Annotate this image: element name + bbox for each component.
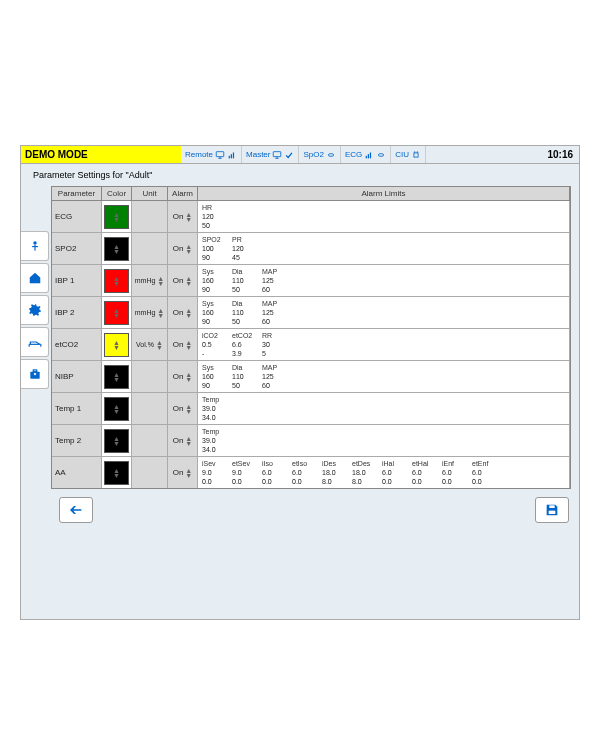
alarm-toggle[interactable]: On▲▼ [173, 308, 193, 318]
status-spo2[interactable]: SpO2 [299, 146, 340, 163]
sidebar-home-button[interactable] [21, 263, 49, 293]
sidebar-patient-button[interactable] [21, 231, 49, 261]
limits-cell[interactable]: Sys16090Dia11050MAP12560 [198, 297, 570, 328]
alarm-toggle[interactable]: On▲▼ [173, 340, 193, 350]
gear-icon [28, 303, 42, 317]
alarm-cell[interactable]: On▲▼ [168, 297, 198, 328]
sidebar [21, 231, 49, 391]
alarm-toggle[interactable]: On▲▼ [173, 468, 193, 478]
limit-column: Dia11050 [232, 267, 254, 294]
limit-column: SPO210090 [202, 235, 224, 262]
table-row: Temp 2▲▼On▲▼Temp39.034.0 [52, 425, 570, 457]
status-ecg[interactable]: ECG [341, 146, 391, 163]
alarm-cell[interactable]: On▲▼ [168, 329, 198, 360]
table-row: AA▲▼On▲▼iSev9.00.0etSev9.00.0iIso6.00.0e… [52, 457, 570, 488]
limit-column: etEnf6.00.0 [472, 459, 494, 486]
limits-cell[interactable]: SPO210090PR12045 [198, 233, 570, 264]
unit-selector[interactable]: mmHg▲▼ [135, 276, 165, 286]
alarm-toggle[interactable]: On▲▼ [173, 404, 193, 414]
limits-cell[interactable]: Temp39.034.0 [198, 393, 570, 424]
color-cell[interactable]: ▲▼ [102, 361, 132, 392]
limits-cell[interactable]: iCO20.5-etCO26.63.9RR305 [198, 329, 570, 360]
updown-icon: ▲▼ [185, 340, 192, 350]
alarm-toggle[interactable]: On▲▼ [173, 372, 193, 382]
unit-selector[interactable]: Vol.%▲▼ [136, 340, 163, 350]
alarm-toggle[interactable]: On▲▼ [173, 212, 193, 222]
table-row: SPO2▲▼On▲▼SPO210090PR12045 [52, 233, 570, 265]
alarm-cell[interactable]: On▲▼ [168, 265, 198, 296]
alarm-cell[interactable]: On▲▼ [168, 425, 198, 456]
parameter-table: Parameter Color Unit Alarm Alarm Limits … [51, 186, 571, 489]
color-cell[interactable]: ▲▼ [102, 425, 132, 456]
limit-column: Dia11050 [232, 363, 254, 390]
sidebar-settings-button[interactable] [21, 295, 49, 325]
unit-cell[interactable]: mmHg▲▼ [132, 297, 168, 328]
unit-cell [132, 201, 168, 232]
alarm-cell[interactable]: On▲▼ [168, 361, 198, 392]
updown-icon: ▲▼ [113, 244, 120, 254]
updown-icon: ▲▼ [185, 436, 192, 446]
color-cell[interactable]: ▲▼ [102, 393, 132, 424]
limits-cell[interactable]: HR12050 [198, 201, 570, 232]
color-cell[interactable]: ▲▼ [102, 297, 132, 328]
status-master[interactable]: Master [242, 146, 299, 163]
signal-icon [227, 150, 237, 160]
table-row: IBP 2▲▼mmHg▲▼On▲▼Sys16090Dia11050MAP1256… [52, 297, 570, 329]
back-button[interactable] [59, 497, 93, 523]
limit-column: etSev9.00.0 [232, 459, 254, 486]
svg-rect-28 [549, 511, 556, 514]
svg-rect-5 [233, 152, 234, 158]
sensor-icon [376, 150, 386, 160]
updown-icon: ▲▼ [185, 244, 192, 254]
limit-column: HR12050 [202, 203, 224, 230]
unit-cell[interactable]: Vol.%▲▼ [132, 329, 168, 360]
updown-icon: ▲▼ [113, 276, 120, 286]
color-cell[interactable]: ▲▼ [102, 233, 132, 264]
limits-cell[interactable]: Sys16090Dia11050MAP12560 [198, 361, 570, 392]
color-swatch: ▲▼ [104, 301, 129, 325]
updown-icon: ▲▼ [113, 468, 120, 478]
alarm-toggle[interactable]: On▲▼ [173, 276, 193, 286]
sidebar-bed-button[interactable] [21, 327, 49, 357]
updown-icon: ▲▼ [113, 372, 120, 382]
alarm-cell[interactable]: On▲▼ [168, 457, 198, 488]
save-button[interactable] [535, 497, 569, 523]
updown-icon: ▲▼ [156, 340, 163, 350]
updown-icon: ▲▼ [185, 212, 192, 222]
color-swatch: ▲▼ [104, 333, 129, 357]
limits-cell[interactable]: Temp39.034.0 [198, 425, 570, 456]
sensor-icon [326, 150, 336, 160]
unit-cell [132, 457, 168, 488]
sidebar-case-button[interactable] [21, 359, 49, 389]
alarm-toggle[interactable]: On▲▼ [173, 244, 193, 254]
briefcase-icon [28, 367, 42, 381]
color-cell[interactable]: ▲▼ [102, 201, 132, 232]
header-unit: Unit [132, 187, 168, 200]
status-remote[interactable]: Remote [181, 146, 242, 163]
alarm-cell[interactable]: On▲▼ [168, 393, 198, 424]
color-swatch: ▲▼ [104, 397, 129, 421]
svg-rect-4 [231, 154, 232, 158]
svg-point-17 [33, 241, 37, 245]
color-cell[interactable]: ▲▼ [102, 265, 132, 296]
limits-cell[interactable]: Sys16090Dia11050MAP12560 [198, 265, 570, 296]
param-label: NIBP [52, 361, 102, 392]
alarm-cell[interactable]: On▲▼ [168, 233, 198, 264]
unit-cell[interactable]: mmHg▲▼ [132, 265, 168, 296]
limit-column: MAP12560 [262, 267, 284, 294]
limit-column: Temp39.034.0 [202, 395, 224, 422]
svg-rect-11 [368, 154, 369, 158]
alarm-cell[interactable]: On▲▼ [168, 201, 198, 232]
alarm-toggle[interactable]: On▲▼ [173, 436, 193, 446]
status-ciu[interactable]: CIU [391, 146, 426, 163]
param-label: etCO2 [52, 329, 102, 360]
plug-icon [411, 150, 421, 160]
limits-cell[interactable]: iSev9.00.0etSev9.00.0iIso6.00.0etIso6.00… [198, 457, 570, 488]
color-cell[interactable]: ▲▼ [102, 457, 132, 488]
unit-selector[interactable]: mmHg▲▼ [135, 308, 165, 318]
svg-rect-18 [34, 245, 35, 251]
color-cell[interactable]: ▲▼ [102, 329, 132, 360]
save-icon [544, 502, 560, 518]
table-row: IBP 1▲▼mmHg▲▼On▲▼Sys16090Dia11050MAP1256… [52, 265, 570, 297]
svg-rect-27 [34, 373, 35, 375]
